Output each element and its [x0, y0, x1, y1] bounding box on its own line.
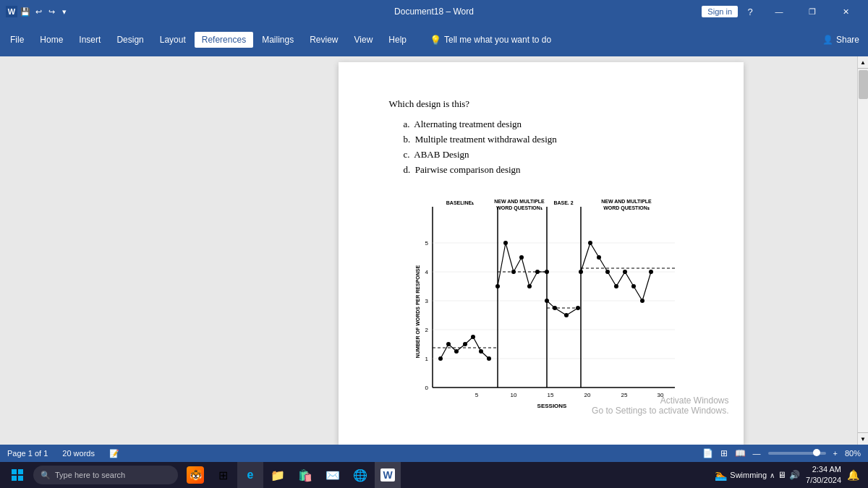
taskbar-clock: 2:34 AM 7/30/2024: [806, 464, 841, 487]
restore-button[interactable]: ❐: [796, 0, 829, 23]
scroll-up-button[interactable]: ▲: [858, 56, 869, 69]
doc-container: Which design is this? a. Alternating tre…: [224, 56, 857, 445]
answer-c-letter: c.: [404, 149, 414, 160]
chart-svg: NUMBER OF WORDS PER RESPONSE 0 1 2 3 4 5: [396, 196, 686, 413]
window-title: Document18 – Word: [394, 7, 474, 17]
chevron-up-icon[interactable]: ∧: [770, 471, 775, 479]
minimize-button[interactable]: —: [762, 0, 796, 23]
tab-help[interactable]: Help: [381, 32, 414, 48]
taskbar-right: 🏊 Swimming ∧ 🖥 🔊 2:34 AM 7/30/2024 🔔: [715, 464, 865, 487]
title-bar-left: W 💾 ↩ ↪ ▾: [6, 6, 69, 17]
svg-point-58: [640, 299, 644, 303]
zoom-plus[interactable]: +: [833, 449, 838, 458]
svg-point-48: [564, 313, 569, 317]
svg-text:BASELINE₁: BASELINE₁: [446, 200, 473, 205]
svg-point-41: [519, 255, 524, 260]
taskbar: 🔍 Type here to search 🐯 ⊞ e 📁 🛍️ ✉️ 🌐 W: [0, 462, 868, 488]
redo-btn[interactable]: ↪: [46, 7, 56, 17]
svg-point-42: [527, 284, 532, 288]
left-margin: [0, 56, 224, 445]
close-button[interactable]: ✕: [829, 0, 862, 23]
zoom-minus[interactable]: —: [753, 449, 761, 458]
tab-home[interactable]: Home: [33, 32, 70, 48]
svg-text:WORD QUESTION₁: WORD QUESTION₁: [496, 205, 542, 211]
svg-text:2: 2: [425, 327, 428, 333]
svg-point-38: [495, 284, 500, 288]
edge-icon: e: [247, 468, 254, 481]
answer-b-text: Multiple treatment withdrawal design: [415, 134, 557, 145]
swimming-label: Swimming: [730, 471, 767, 479]
store-icon: 🛍️: [298, 468, 312, 482]
scroll-down-button[interactable]: ▼: [858, 432, 869, 445]
svg-text:15: 15: [547, 392, 553, 398]
word-taskbar-icon: W: [380, 468, 394, 481]
svg-point-32: [454, 349, 459, 354]
search-placeholder: Type here to search: [55, 471, 125, 479]
ribbon: File Home Insert Design Layout Reference…: [0, 23, 868, 56]
taskbar-store[interactable]: 🛍️: [292, 462, 318, 488]
answer-c-text: ABAB Design: [414, 149, 469, 160]
quick-save-btn[interactable]: 💾: [20, 7, 30, 17]
zoom-slider[interactable]: [768, 452, 826, 455]
folder-icon: 📁: [271, 468, 285, 482]
lightbulb-icon: 💡: [430, 35, 441, 46]
svg-text:NEW AND MULTIPLE: NEW AND MULTIPLE: [494, 199, 545, 204]
help-icon[interactable]: ?: [744, 7, 757, 17]
network-icon: 🖥: [778, 470, 786, 480]
svg-text:NEW AND MULTIPLE: NEW AND MULTIPLE: [601, 199, 652, 204]
tab-mailings[interactable]: Mailings: [255, 32, 301, 48]
doc-page: Which design is this? a. Alternating tre…: [339, 62, 744, 445]
taskbar-word[interactable]: W: [375, 462, 401, 488]
view-normal-icon[interactable]: 📄: [702, 448, 713, 458]
notification-icon[interactable]: 🔔: [847, 469, 859, 481]
taskbar-chrome[interactable]: 🌐: [347, 462, 373, 488]
taskbar-edge[interactable]: e: [237, 462, 263, 488]
list-item: a. Alternating treatment design: [404, 119, 693, 130]
taskbar-search[interactable]: 🔍 Type here to search: [33, 466, 178, 484]
view-web-icon[interactable]: ⊞: [720, 448, 728, 458]
undo-btn[interactable]: ↩: [33, 7, 43, 17]
svg-text:1: 1: [425, 356, 428, 362]
share-button[interactable]: 👤 Share: [817, 32, 865, 48]
svg-text:4: 4: [425, 269, 428, 275]
tell-me-bar[interactable]: 💡 Tell me what you want to do: [430, 35, 551, 46]
tab-file[interactable]: File: [3, 32, 31, 48]
tab-view[interactable]: View: [347, 32, 380, 48]
zoom-level: 80%: [845, 449, 861, 458]
svg-text:WORD QUESTION₂: WORD QUESTION₂: [603, 205, 650, 211]
start-button[interactable]: [3, 462, 32, 488]
svg-point-56: [623, 270, 627, 274]
scroll-thumb[interactable]: [859, 70, 868, 99]
taskbar-mail[interactable]: ✉️: [320, 462, 346, 488]
tiger-icon: 🐯: [187, 466, 204, 484]
mail-icon: ✉️: [326, 468, 340, 482]
svg-text:BASE. 2: BASE. 2: [553, 200, 573, 205]
taskbar-apps: 🐯 ⊞ e 📁 🛍️ ✉️ 🌐 W: [182, 462, 401, 488]
svg-point-36: [487, 356, 491, 361]
tab-review[interactable]: Review: [302, 32, 345, 48]
tab-design[interactable]: Design: [109, 32, 150, 48]
svg-point-35: [479, 349, 483, 354]
tab-layout[interactable]: Layout: [153, 32, 193, 48]
taskbar-time: 2:34 AM: [806, 464, 841, 475]
svg-point-39: [503, 241, 508, 245]
svg-point-59: [649, 270, 653, 274]
svg-text:3: 3: [425, 298, 428, 304]
taskbar-files[interactable]: 📁: [265, 462, 291, 488]
taskbar-task-view[interactable]: ⊞: [210, 462, 236, 488]
tab-references[interactable]: References: [195, 32, 253, 48]
main-area: Which design is this? a. Alternating tre…: [0, 56, 868, 445]
view-read-icon[interactable]: 📖: [735, 448, 746, 458]
customize-btn[interactable]: ▾: [59, 7, 69, 17]
share-label: Share: [836, 35, 859, 45]
answer-d-letter: d.: [404, 164, 415, 175]
word-count: 20 words: [62, 449, 95, 458]
svg-rect-63: [12, 476, 17, 481]
svg-text:0: 0: [425, 385, 428, 391]
svg-text:NUMBER OF WORDS PER RESPONSE: NUMBER OF WORDS PER RESPONSE: [415, 265, 420, 359]
sign-in-button[interactable]: Sign in: [702, 6, 738, 17]
vertical-scrollbar[interactable]: ▲ ▼: [857, 56, 868, 445]
taskbar-tiger-app[interactable]: 🐯: [182, 462, 208, 488]
svg-point-55: [614, 284, 618, 288]
tab-insert[interactable]: Insert: [72, 32, 108, 48]
